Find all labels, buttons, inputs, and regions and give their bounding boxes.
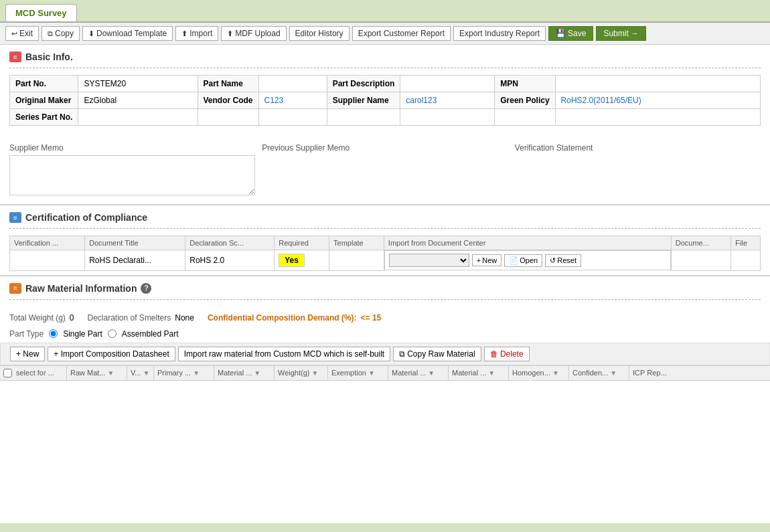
copy-raw-button[interactable]: ⧉ Copy Raw Material <box>393 347 481 361</box>
basic-info-section: ≡ Basic Info. Part No. SYSTEM20 Part Nam… <box>0 45 770 139</box>
basic-info-title: ≡ Basic Info. <box>9 52 761 62</box>
filter-material3-icon[interactable]: ▼ <box>488 369 495 377</box>
import-button[interactable]: ⬆ Import <box>175 26 218 41</box>
cert-col-doc-title: Document Title <box>85 236 185 250</box>
cert-col-file: File <box>731 236 761 250</box>
confidential-label: Confidential Composition Demand (%): <box>208 313 357 323</box>
export-customer-button[interactable]: Export Customer Report <box>352 26 451 41</box>
single-part-label[interactable]: Single Part <box>49 329 102 339</box>
delete-icon: 🗑 <box>490 349 498 359</box>
col-material-3: Material ... ▼ <box>449 366 509 380</box>
part-no-value: SYSTEM20 <box>78 76 198 92</box>
filter-material1-icon[interactable]: ▼ <box>254 369 260 377</box>
filter-exemption-icon[interactable]: ▼ <box>368 369 375 377</box>
part-type-label: Part Type <box>9 329 44 339</box>
green-policy-label: Green Policy <box>495 92 555 109</box>
exit-button[interactable]: ↩ Exit <box>5 26 39 41</box>
cert-verification-cell <box>10 250 85 271</box>
col-confiden: Confiden... ▼ <box>569 366 629 380</box>
delete-button[interactable]: 🗑 Delete <box>484 347 530 361</box>
new-doc-button[interactable]: + New <box>472 254 502 266</box>
arrow-icon: → <box>631 29 639 38</box>
col-v: V... ▼ <box>127 366 154 380</box>
verification-statement-group: Verification Statement <box>515 143 761 197</box>
mpn-label: MPN <box>495 76 555 92</box>
open-doc-button[interactable]: 📄 Open <box>504 254 542 267</box>
import-composition-button[interactable]: + Import Composition Datasheet <box>48 347 175 361</box>
save-button[interactable]: 💾 Save <box>548 26 593 41</box>
download-template-button[interactable]: ⬇ Download Template <box>82 26 173 41</box>
filter-confiden-icon[interactable]: ▼ <box>610 369 617 377</box>
raw-new-button[interactable]: + New <box>10 347 45 361</box>
filter-homogen-icon[interactable]: ▼ <box>552 369 559 377</box>
supplier-name-label: Supplier Name <box>327 92 400 109</box>
total-weight-label: Total Weight (g) <box>9 313 66 323</box>
cert-col-verification: Verification ... <box>10 236 85 250</box>
download-icon: ⬇ <box>88 29 94 38</box>
raw-material-info-row: Total Weight (g) 0 Declaration of Smelte… <box>0 309 770 327</box>
prev-supplier-memo-group: Previous Supplier Memo <box>262 143 508 197</box>
green-policy-value: RoHS2.0(2011/65/EU) <box>555 92 760 109</box>
filter-material2-icon[interactable]: ▼ <box>428 369 435 377</box>
submit-button[interactable]: Submit → <box>596 26 645 41</box>
raw-material-icon: ≡ <box>9 283 21 294</box>
col-material-1: Material ... ▼ <box>214 366 275 380</box>
assembled-part-radio[interactable] <box>108 329 117 338</box>
copy-button[interactable]: ⧉ Copy <box>42 26 80 41</box>
filter-v-icon[interactable]: ▼ <box>143 369 150 377</box>
declaration-smelters-item: Declaration of Smelters None <box>88 313 194 323</box>
cert-icon: ≡ <box>9 212 21 223</box>
select-all-checkbox[interactable] <box>3 369 12 377</box>
part-name-value <box>258 76 327 92</box>
cert-col-document: Docume... <box>671 236 731 250</box>
import-doc-select[interactable] <box>389 254 469 267</box>
verification-statement-label: Verification Statement <box>515 143 761 153</box>
filter-primary-icon[interactable]: ▼ <box>193 369 200 377</box>
original-maker-label: Original Maker <box>10 92 78 109</box>
cert-col-declaration: Declaration Sc... <box>185 236 275 250</box>
col-raw-mat: Raw Mat... ▼ <box>67 366 127 380</box>
supplier-memo-group: Supplier Memo <box>9 143 255 197</box>
certification-section: ≡ Certification of Compliance Verificati… <box>0 205 770 275</box>
certification-title: ≡ Certification of Compliance <box>9 212 761 223</box>
import-custom-button[interactable]: Import raw material from Custom MCD whic… <box>178 347 390 361</box>
single-part-radio[interactable] <box>49 329 58 338</box>
cert-import-cell[interactable]: + New 📄 Open ↺ Reset <box>384 250 671 270</box>
reset-doc-button[interactable]: ↺ Reset <box>545 254 581 267</box>
declaration-smelters-value: None <box>175 313 194 323</box>
col-primary: Primary ... ▼ <box>154 366 214 380</box>
part-description-value <box>400 76 495 92</box>
col-select-for: select for ... <box>0 366 67 380</box>
col-material-2: Material ... ▼ <box>388 366 449 380</box>
filter-raw-mat-icon[interactable]: ▼ <box>108 369 114 377</box>
memo-section: Supplier Memo Previous Supplier Memo Ver… <box>0 139 770 204</box>
vendor-code-label: Vendor Code <box>198 92 258 109</box>
mcd-survey-tab[interactable]: MCD Survey <box>5 4 77 21</box>
cert-col-required: Required <box>275 236 329 250</box>
col-icp-rep: ICP Rep... <box>629 366 770 380</box>
part-name-label: Part Name <box>198 76 258 92</box>
exit-icon: ↩ <box>11 29 17 38</box>
export-industry-button[interactable]: Export Industry Report <box>453 26 546 41</box>
basic-info-icon: ≡ <box>9 52 21 62</box>
basic-info-table: Part No. SYSTEM20 Part Name Part Descrip… <box>9 75 761 126</box>
cert-declaration-cell: RoHS 2.0 <box>185 250 275 271</box>
col-exemption: Exemption ▼ <box>328 366 388 380</box>
certification-table: Verification ... Document Title Declarat… <box>9 236 761 271</box>
filter-weight-icon[interactable]: ▼ <box>311 369 318 377</box>
copy-raw-icon: ⧉ <box>399 349 405 359</box>
reset-icon: ↺ <box>550 256 556 265</box>
assembled-part-label[interactable]: Assembled Part <box>108 329 179 339</box>
editor-history-button[interactable]: Editor History <box>289 26 350 41</box>
cert-file-cell <box>731 250 761 271</box>
help-icon[interactable]: ? <box>141 283 151 294</box>
mdf-upload-button[interactable]: ⬆ MDF Upload <box>221 26 286 41</box>
cert-doc-title-cell: RoHS Declarati... <box>85 250 185 271</box>
cert-template-cell <box>329 250 384 271</box>
confidential-value: <= 15 <box>361 313 382 323</box>
confidential-item: Confidential Composition Demand (%): <= … <box>208 313 381 323</box>
supplier-memo-textarea[interactable] <box>9 155 255 195</box>
mpn-value <box>555 76 760 92</box>
cert-document-cell <box>671 250 731 271</box>
part-description-label: Part Description <box>327 76 400 92</box>
